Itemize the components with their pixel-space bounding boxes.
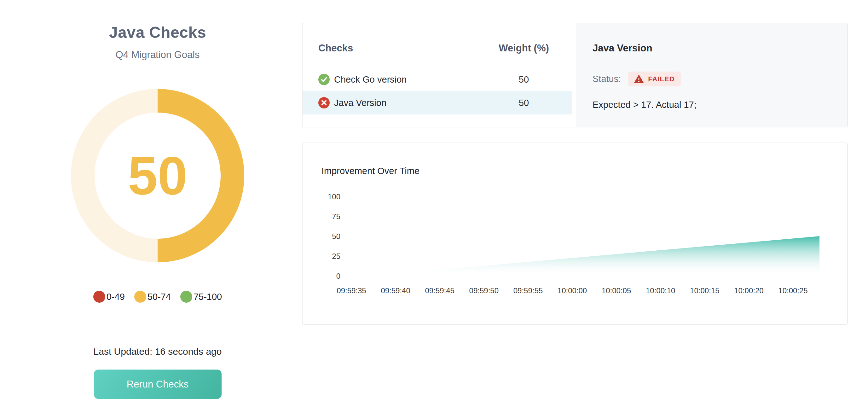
x-tick-label: 10:00:05 (602, 286, 631, 295)
x-tick-label: 09:59:40 (381, 286, 410, 295)
x-circle-icon (318, 97, 330, 109)
y-tick-label: 100 (328, 192, 340, 201)
checks-rows: Check Go version 50 Java Version 50 (303, 68, 576, 115)
x-tick-label: 09:59:55 (514, 286, 543, 295)
check-name: Check Go version (334, 74, 407, 85)
y-tick-label: 25 (332, 252, 340, 261)
detail-title: Java Version (592, 42, 835, 54)
status-row: Status: FAILED (592, 71, 835, 86)
x-tick-label: 09:59:50 (469, 286, 499, 295)
area-series (369, 236, 819, 276)
check-weight: 50 (489, 98, 558, 108)
failed-status-badge: FAILED (628, 71, 681, 86)
x-tick-label: 09:59:45 (425, 286, 454, 295)
y-tick-label: 75 (332, 212, 340, 221)
legend-item-low: 0-49 (93, 291, 125, 303)
x-tick-label: 10:00:00 (558, 286, 587, 295)
legend-label: 0-49 (106, 292, 125, 302)
score-value: 50 (71, 89, 244, 262)
checks-column-header: Checks (318, 42, 353, 54)
x-tick-label: 10:00:10 (646, 286, 675, 295)
last-updated-text: Last Updated: 16 seconds ago (0, 346, 315, 357)
legend-dot-amber (134, 291, 146, 303)
legend-dot-red (93, 291, 105, 303)
improvement-over-time-chart: 025507510009:59:3509:59:4009:59:4509:59:… (303, 143, 847, 324)
checks-table: Checks Weight (%) Check Go version 50 (303, 23, 576, 127)
legend-item-high: 75-100 (180, 291, 222, 303)
y-tick-label: 0 (336, 272, 340, 280)
page-subtitle: Q4 Migration Goals (0, 49, 315, 61)
x-tick-label: 10:00:20 (734, 286, 763, 295)
checks-card: Checks Weight (%) Check Go version 50 (302, 23, 848, 127)
detail-message: Expected > 17. Actual 17; (592, 100, 835, 110)
table-row-check-go-version[interactable]: Check Go version 50 (303, 68, 576, 91)
score-legend: 0-49 50-74 75-100 (0, 291, 315, 303)
checks-table-header: Checks Weight (%) (303, 42, 576, 54)
table-row-java-version[interactable]: Java Version 50 (303, 91, 572, 115)
y-tick-label: 50 (332, 232, 340, 241)
legend-label: 75-100 (193, 292, 222, 302)
check-weight: 50 (489, 74, 558, 85)
weight-column-header: Weight (%) (489, 42, 558, 54)
legend-dot-green (180, 291, 192, 303)
warning-triangle-icon (634, 75, 644, 83)
summary-panel: Java Checks Q4 Migration Goals 50 0-49 5… (0, 0, 315, 399)
legend-label: 50-74 (148, 292, 171, 302)
failed-badge-label: FAILED (648, 75, 675, 83)
x-tick-label: 10:00:25 (778, 286, 807, 295)
page-title: Java Checks (0, 23, 315, 41)
score-donut-chart: 50 (71, 89, 244, 262)
check-name: Java Version (334, 98, 386, 108)
x-tick-label: 10:00:15 (690, 286, 719, 295)
rerun-checks-button[interactable]: Rerun Checks (94, 369, 222, 399)
x-tick-label: 09:59:35 (337, 286, 366, 295)
legend-item-mid: 50-74 (134, 291, 171, 303)
failed-check-detail-panel: Java Version Status: FAILED Expected > 1… (576, 23, 847, 127)
improvement-chart-card: Improvement Over Time 025507510009:59:35… (302, 143, 848, 325)
status-label: Status: (592, 74, 621, 84)
details-column: Checks Weight (%) Check Go version 50 (302, 23, 848, 325)
check-circle-icon (318, 74, 330, 85)
